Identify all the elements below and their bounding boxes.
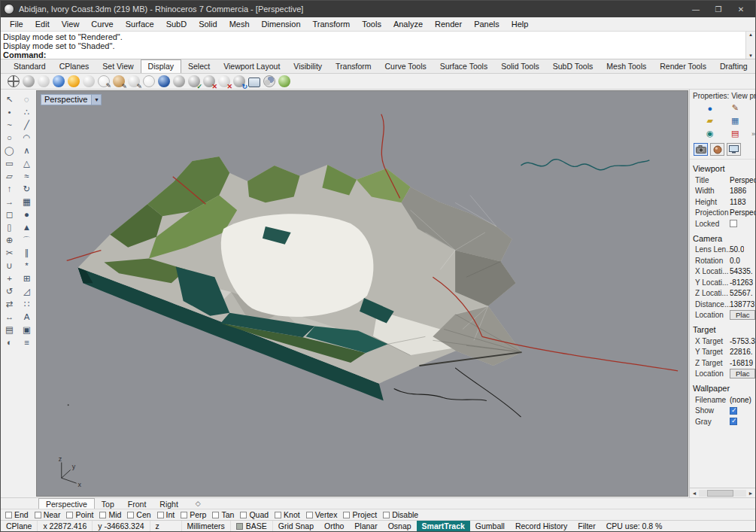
material-page-icon[interactable] — [710, 143, 724, 156]
menu-item[interactable]: File — [4, 18, 29, 30]
viewport-tab[interactable]: Top — [95, 498, 121, 509]
grid-snap-toggle[interactable]: Grid Snap — [273, 521, 319, 531]
split-icon[interactable]: ∥ — [20, 247, 35, 259]
toolbar-tab[interactable]: Mesh Tools — [600, 60, 653, 73]
viewport-height-field[interactable]: 1183 — [730, 198, 746, 206]
toolbar-tab[interactable]: CPlanes — [53, 60, 96, 73]
perspective-viewport[interactable]: z y x Perspective ▼ — [36, 90, 688, 497]
toolbar-tab[interactable]: Drafting — [713, 60, 754, 73]
osnap-near[interactable]: Near — [35, 510, 61, 519]
display-options-icon[interactable] — [263, 75, 275, 87]
hatch-icon[interactable]: ▤ — [2, 324, 17, 336]
menu-item[interactable]: Edit — [29, 18, 56, 30]
osnap-checkbox[interactable] — [275, 512, 281, 518]
toolbar-tab[interactable]: Render Tools — [653, 60, 713, 73]
osnap-knot[interactable]: Knot — [275, 510, 300, 519]
sun-display-icon[interactable] — [68, 75, 80, 87]
cpu-use-indicator[interactable]: CPU use: 0.8 % — [601, 521, 668, 531]
polyline-icon[interactable]: ∧ — [20, 144, 35, 157]
dimension-icon[interactable]: ↔ — [2, 311, 17, 323]
menu-item[interactable]: Dimension — [256, 18, 307, 30]
revolve-icon[interactable]: ↻ — [20, 183, 35, 195]
osnap-cen[interactable]: Cen — [127, 510, 150, 519]
point-cloud-icon[interactable]: ∴ — [20, 106, 35, 118]
display-page-icon[interactable] — [727, 143, 741, 156]
scroll-right-icon[interactable]: ► — [746, 491, 755, 496]
command-prompt[interactable]: Command: — [3, 50, 743, 59]
osnap-toggle[interactable]: Osnap — [383, 521, 417, 531]
menu-item[interactable]: Solid — [193, 18, 223, 30]
wallpaper-filename-field[interactable]: (none) — [730, 396, 751, 404]
menu-item[interactable]: Help — [506, 18, 535, 30]
viewport-tab[interactable]: Perspective — [38, 498, 95, 509]
osnap-point[interactable]: Point — [66, 510, 93, 519]
refresh-shade-icon[interactable] — [233, 75, 245, 87]
join-icon[interactable]: ∪ — [2, 260, 17, 272]
osnap-checkbox[interactable] — [240, 512, 247, 518]
rotate-icon[interactable]: ↺ — [2, 285, 17, 297]
ellipse-icon[interactable]: ◯ — [2, 144, 17, 157]
osnap-checkbox[interactable] — [212, 512, 219, 518]
locked-checkbox[interactable] — [730, 220, 737, 227]
osnap-checkbox[interactable] — [157, 512, 164, 518]
z-target-field[interactable]: -16819 — [730, 359, 753, 367]
x-target-field[interactable]: -5753.3 — [730, 337, 755, 345]
viewport-tab[interactable]: Right — [153, 498, 185, 509]
smarttrack-toggle[interactable]: SmartTrack — [417, 521, 470, 531]
panel-h-scrollbar[interactable]: ◄ ► — [690, 488, 755, 497]
surface-icon[interactable]: ▱ — [2, 170, 17, 182]
toolbar-tab[interactable]: Set View — [96, 60, 140, 73]
viewport-tab-options-icon[interactable]: ◇ — [196, 500, 201, 507]
viewport-canvas[interactable]: z y x — [37, 91, 688, 496]
fillet-icon[interactable]: ⌒ — [20, 234, 35, 246]
pen-display-icon[interactable] — [128, 75, 140, 87]
lasso-select-icon[interactable]: ◌ — [20, 93, 35, 105]
viewport-title-menu[interactable]: Perspective ▼ — [41, 94, 102, 105]
point-icon[interactable]: • — [2, 106, 17, 118]
mirror-icon[interactable]: ⇄ — [2, 298, 17, 310]
lens-length-field[interactable]: 50.0 — [730, 245, 744, 254]
boolean-icon[interactable]: ⊕ — [2, 234, 17, 246]
stop-render-icon[interactable] — [218, 75, 230, 87]
osnap-checkbox[interactable] — [181, 512, 187, 518]
toolbar-tab[interactable]: Viewport Layout — [217, 60, 287, 73]
sphere-icon[interactable]: ● — [20, 208, 35, 220]
viewport-title[interactable]: Perspective — [41, 94, 92, 105]
layers-tab-icon[interactable]: ▰ — [704, 116, 715, 126]
z-location-field[interactable]: 52567. — [730, 289, 753, 297]
wallpaper-show-checkbox[interactable] — [730, 407, 737, 415]
osnap-checkbox[interactable] — [66, 512, 73, 518]
cplane-selector[interactable]: CPlane — [1, 521, 38, 531]
trim-icon[interactable]: ✂ — [2, 247, 17, 259]
scroll-thumb[interactable] — [707, 490, 733, 497]
copy-icon[interactable]: ⊞ — [20, 272, 35, 284]
toolbar-tab[interactable]: Transform — [329, 60, 378, 73]
filter-toggle[interactable]: Filter — [572, 521, 600, 531]
projection-field[interactable]: Perspec — [730, 208, 755, 217]
osnap-checkbox[interactable] — [5, 512, 12, 518]
block-icon[interactable]: ▣ — [20, 324, 35, 336]
ground-plane-icon[interactable] — [278, 75, 290, 87]
scroll-down-icon[interactable]: ▼ — [748, 53, 753, 58]
place-camera-button[interactable]: Plac — [730, 310, 755, 320]
viewport-tab[interactable]: Front — [121, 498, 153, 509]
toolbar-tab[interactable]: Display — [141, 59, 181, 73]
gumball-toggle[interactable]: Gumball — [470, 521, 510, 531]
osnap-mid[interactable]: Mid — [99, 510, 121, 519]
osnap-checkbox[interactable] — [383, 512, 390, 518]
record-history-toggle[interactable]: Record History — [510, 521, 572, 531]
menu-item[interactable]: Transform — [307, 18, 357, 30]
command-scrollbar[interactable]: ▲ ▼ — [745, 32, 755, 59]
rendering-tab-icon[interactable]: ◉ — [704, 129, 715, 138]
toolbar-tab[interactable]: Surface Tools — [433, 60, 494, 73]
toolbar-tab[interactable]: Solid Tools — [494, 60, 546, 73]
viewport-dropdown-icon[interactable]: ▼ — [92, 94, 102, 105]
osnap-checkbox[interactable] — [343, 512, 350, 518]
sweep-icon[interactable]: → — [2, 196, 17, 208]
select-icon[interactable]: ↖ — [2, 93, 17, 105]
rectangle-icon[interactable]: ▭ — [2, 157, 17, 169]
polygon-icon[interactable]: △ — [20, 157, 35, 169]
toolbar-tab[interactable]: SubD Tools — [546, 60, 600, 73]
osnap-tan[interactable]: Tan — [212, 510, 234, 519]
raytraced-display-icon[interactable] — [158, 75, 170, 87]
